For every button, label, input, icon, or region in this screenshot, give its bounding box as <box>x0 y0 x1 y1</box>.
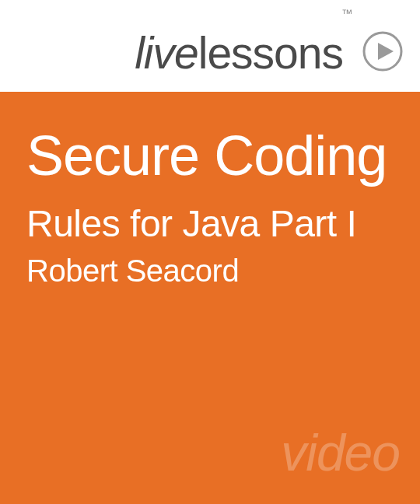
header: livelessons™ <box>0 0 420 92</box>
brand-logo: livelessons™ <box>135 27 403 79</box>
play-icon <box>359 31 403 75</box>
cover: livelessons™ Secure Coding Rules for Jav… <box>0 0 420 504</box>
main-panel: Secure Coding Rules for Java Part I Robe… <box>0 92 420 504</box>
title: Secure Coding <box>26 126 394 187</box>
video-label: video <box>281 423 400 482</box>
brand-lessons: lessons <box>198 28 343 78</box>
svg-marker-1 <box>378 43 394 60</box>
author: Robert Seacord <box>26 254 394 289</box>
subtitle: Rules for Java Part I <box>26 202 394 247</box>
trademark: ™ <box>341 7 352 19</box>
brand-text: livelessons™ <box>135 27 353 79</box>
brand-live: live <box>135 28 198 78</box>
